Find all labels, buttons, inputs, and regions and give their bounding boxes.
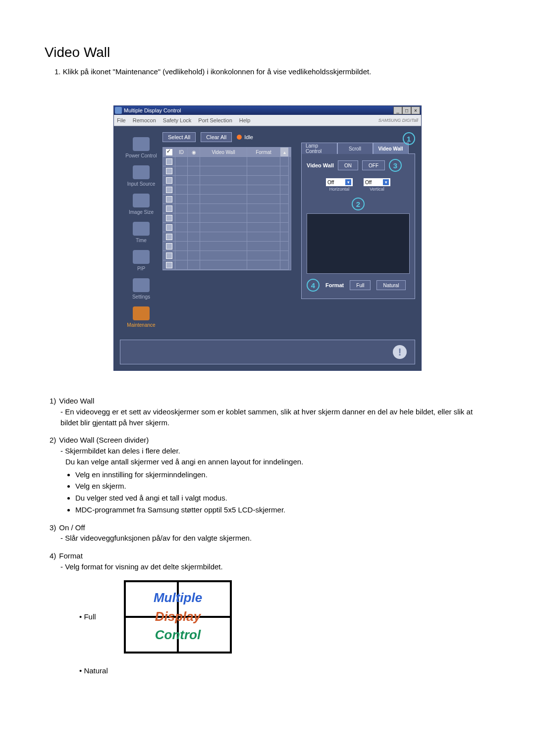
item-dash: Skjermbildet kan deles i flere deler.	[60, 446, 490, 456]
tab-lamp[interactable]: Lamp Control	[301, 143, 337, 154]
chevron-down-icon: ▾	[345, 179, 351, 185]
item-dash: En videovegg er et sett av videoskjermer…	[60, 406, 490, 428]
sidebar-item-input[interactable]: Input Source	[120, 165, 162, 187]
item-num: 2)	[50, 436, 56, 444]
imagesize-icon	[133, 194, 150, 207]
status-strip: !	[120, 340, 415, 364]
menu-portselection[interactable]: Port Selection	[198, 117, 232, 123]
list-item-3: 3)On / Off Slår videoveggfunksjonen på/a…	[50, 522, 490, 544]
table-row[interactable]	[163, 223, 291, 232]
callout-2: 2	[352, 198, 365, 210]
col-videowall: Video Wall	[200, 148, 247, 157]
table-row[interactable]	[163, 204, 291, 213]
table-row[interactable]	[163, 251, 291, 260]
item-title: Video Wall	[59, 397, 94, 405]
bullet: Du velger sted ved å angi et tall i valg…	[75, 493, 490, 504]
callout-3: 3	[389, 159, 402, 172]
col-status: ◉	[188, 148, 200, 157]
table-row[interactable]	[163, 185, 291, 195]
col-check[interactable]	[163, 148, 175, 157]
item-num: 4)	[50, 552, 56, 560]
table-row[interactable]	[163, 157, 291, 166]
callout-1: 1	[403, 132, 415, 145]
sidebar-item-maintenance[interactable]: Maintenance	[120, 306, 162, 328]
app-screenshot: Multiple Display Control _ □ × File Remo…	[113, 105, 422, 371]
horizontal-select[interactable]: Off▾	[325, 178, 353, 187]
full-button[interactable]: Full	[350, 280, 371, 290]
pip-icon	[133, 250, 150, 264]
status-dot-icon	[237, 135, 242, 140]
tab-videowall[interactable]: Video Wall	[373, 143, 409, 154]
natural-button[interactable]: Natural	[376, 280, 405, 290]
col-id: ID	[175, 148, 188, 157]
select-all-button[interactable]: Select All	[162, 132, 196, 142]
brand-label: SAMSUNG DIGITall	[378, 118, 418, 123]
vertical-label: Vertical	[370, 187, 384, 192]
vertical-select[interactable]: Off▾	[363, 178, 391, 187]
app-icon	[115, 107, 122, 114]
format-full-label: Full	[79, 611, 109, 622]
mdc-line: Multiple	[154, 589, 202, 607]
maximize-button[interactable]: □	[402, 106, 411, 114]
clear-all-button[interactable]: Clear All	[201, 132, 232, 142]
sidebar-item-label: PIP	[137, 266, 145, 271]
off-button[interactable]: OFF	[362, 160, 385, 170]
menu-safetylock[interactable]: Safety Lock	[163, 117, 191, 123]
mdc-line: Display	[155, 607, 201, 626]
table-row[interactable]	[163, 176, 291, 185]
videowall-label: Video Wall	[307, 162, 334, 168]
preview-area	[307, 213, 410, 274]
page-title: Video Wall	[45, 45, 490, 60]
mdc-line: Control	[155, 626, 201, 645]
menu-remocon[interactable]: Remocon	[133, 117, 156, 123]
item-title: On / Off	[59, 523, 85, 532]
maintenance-icon	[133, 306, 150, 320]
intro-num: 1.	[54, 67, 61, 76]
display-grid: ID ◉ Video Wall Format ▴	[162, 147, 291, 270]
titlebar: Multiple Display Control _ □ ×	[114, 106, 421, 115]
sidebar-item-settings[interactable]: Settings	[120, 278, 162, 300]
item-num: 1)	[50, 397, 56, 405]
chevron-down-icon: ▾	[383, 179, 389, 185]
close-button[interactable]: ×	[411, 106, 420, 114]
table-row[interactable]	[163, 195, 291, 204]
table-row[interactable]	[163, 213, 291, 223]
settings-icon	[133, 278, 150, 292]
item-dash: Slår videoveggfunksjonen på/av for den v…	[60, 533, 490, 544]
idle-label: Idle	[244, 134, 253, 140]
intro-text: Klikk på ikonet "Maintenance" (vedlikeho…	[63, 67, 372, 76]
item-title: Video Wall (Screen divider)	[59, 436, 149, 444]
format-natural-label: Natural	[79, 665, 109, 676]
table-row[interactable]	[163, 242, 291, 251]
menu-file[interactable]: File	[117, 117, 126, 123]
sidebar-item-pip[interactable]: PIP	[120, 250, 162, 271]
select-value: Off	[365, 180, 372, 185]
sidebar-item-label: Power Control	[125, 153, 157, 158]
item-num: 3)	[50, 523, 56, 532]
sidebar-item-power[interactable]: Power Control	[120, 137, 162, 158]
sidebar-item-imagesize[interactable]: Image Size	[120, 194, 162, 215]
scroll-up[interactable]: ▴	[280, 148, 289, 157]
bullet: Velg en skjerm.	[75, 481, 490, 492]
format-label: Format	[325, 282, 344, 288]
tab-scroll[interactable]: Scroll	[337, 143, 373, 154]
table-row[interactable]	[163, 166, 291, 176]
table-row[interactable]	[163, 260, 291, 270]
menu-help[interactable]: Help	[239, 117, 251, 123]
on-button[interactable]: ON	[338, 160, 358, 170]
list-item-2: 2)Video Wall (Screen divider) Skjermbild…	[50, 435, 490, 515]
item-title: Format	[59, 552, 83, 560]
power-icon	[133, 137, 150, 151]
sidebar-item-label: Image Size	[129, 209, 154, 215]
table-row[interactable]	[163, 232, 291, 242]
bullet: Velg en innstilling for skjerminndelinge…	[75, 469, 490, 480]
minimize-button[interactable]: _	[393, 106, 402, 114]
select-value: Off	[327, 180, 334, 185]
sidebar-item-label: Time	[136, 238, 147, 243]
idle-indicator: Idle	[237, 134, 253, 140]
sidebar-item-time[interactable]: Time	[120, 222, 162, 243]
full-format-illustration: Multiple Display Control	[124, 580, 232, 654]
sidebar-item-label: Input Source	[127, 181, 156, 187]
intro-line: 1. Klikk på ikonet "Maintenance" (vedlik…	[54, 67, 490, 76]
list-item-1: 1)Video Wall En videovegg er et sett av …	[50, 396, 490, 428]
